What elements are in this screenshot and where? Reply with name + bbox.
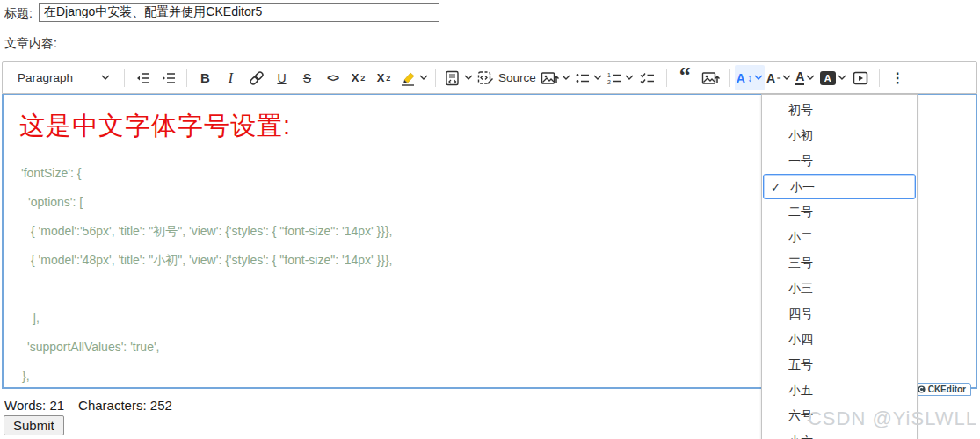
check-icon: ✓ bbox=[771, 175, 780, 200]
underline-icon: U bbox=[277, 71, 286, 85]
superscript-icon: X bbox=[377, 71, 385, 84]
media-embed-button[interactable] bbox=[848, 65, 874, 90]
font-size-option[interactable]: 三号 bbox=[762, 250, 917, 276]
font-family-button[interactable]: A≡ bbox=[765, 65, 793, 90]
indent-icon bbox=[160, 69, 178, 87]
title-input[interactable] bbox=[39, 3, 439, 22]
option-label: 小四 bbox=[788, 332, 813, 346]
toolbar-separator bbox=[729, 69, 730, 87]
subscript-digit: 2 bbox=[360, 74, 365, 83]
toolbar-separator bbox=[124, 69, 125, 87]
subscript-button[interactable]: X2 bbox=[345, 65, 371, 90]
toolbar-separator bbox=[435, 69, 436, 87]
numbered-list-icon: 1 2 bbox=[606, 69, 623, 87]
editor-toolbar: Paragraph B I bbox=[2, 61, 977, 94]
overflow-menu-button[interactable]: ⋮ bbox=[885, 65, 911, 90]
italic-button[interactable]: I bbox=[218, 65, 243, 90]
indent-button[interactable] bbox=[156, 65, 181, 90]
csdn-watermark: CSDN @YiSLWLL bbox=[808, 407, 977, 430]
toolbar-separator bbox=[879, 69, 880, 87]
font-size-option[interactable]: 小四 bbox=[762, 327, 917, 352]
numbered-list-digit: 2 bbox=[607, 79, 611, 85]
source-button-label: Source bbox=[498, 71, 536, 84]
font-color-icon: A bbox=[795, 70, 804, 85]
code-icon: <> bbox=[327, 71, 338, 84]
option-label: 小三 bbox=[788, 281, 813, 295]
outdent-icon bbox=[134, 69, 152, 87]
font-size-option[interactable]: 五号 bbox=[762, 352, 917, 378]
chevron-down-icon bbox=[838, 75, 846, 81]
numbered-list-button[interactable]: 1 2 bbox=[604, 65, 635, 90]
word-count: Words: 21Characters: 252 bbox=[4, 398, 186, 413]
source-button[interactable]: Source bbox=[475, 65, 538, 90]
todo-list-icon bbox=[639, 69, 657, 87]
font-size-arrows-icon: ↕ bbox=[747, 72, 752, 84]
strikethrough-button[interactable]: S bbox=[294, 65, 320, 90]
option-label: 五号 bbox=[788, 357, 813, 371]
font-size-icon: A bbox=[737, 71, 745, 85]
highlight-icon bbox=[398, 69, 417, 87]
words-count: Words: 21 bbox=[4, 398, 64, 413]
source-editing-icon bbox=[476, 69, 494, 87]
chevron-down-icon bbox=[419, 75, 428, 81]
chevron-down-icon bbox=[593, 75, 602, 81]
superscript-digit: 2 bbox=[386, 74, 390, 83]
code-button[interactable]: <> bbox=[320, 65, 345, 90]
title-label: 标题: bbox=[4, 6, 33, 22]
bold-button[interactable]: B bbox=[192, 65, 218, 90]
option-label: 小二 bbox=[788, 230, 813, 244]
insert-image-button[interactable] bbox=[698, 65, 723, 90]
option-label: 小一 bbox=[790, 180, 815, 194]
characters-count: Characters: 252 bbox=[78, 398, 172, 413]
highlight-button[interactable] bbox=[396, 65, 430, 90]
chevron-down-icon bbox=[464, 75, 473, 81]
font-size-option[interactable]: 一号 bbox=[762, 148, 917, 174]
font-size-button[interactable]: A↕ bbox=[735, 65, 765, 90]
chevron-down-icon bbox=[562, 75, 570, 81]
underline-button[interactable]: U bbox=[269, 65, 294, 90]
font-family-icon: A bbox=[766, 71, 775, 85]
media-embed-icon bbox=[852, 69, 869, 87]
toolbar-separator bbox=[186, 69, 187, 87]
option-label: 小五 bbox=[788, 383, 813, 397]
block-quote-button[interactable]: “ bbox=[672, 65, 698, 90]
font-color-button[interactable]: A bbox=[793, 65, 818, 90]
outdent-button[interactable] bbox=[130, 65, 156, 90]
link-icon bbox=[248, 69, 265, 87]
option-label: 二号 bbox=[788, 205, 813, 219]
font-size-option[interactable]: 小二 bbox=[762, 225, 917, 250]
link-button[interactable] bbox=[243, 65, 269, 90]
ckeditor-logo-icon bbox=[918, 385, 926, 393]
superscript-button[interactable]: X2 bbox=[371, 65, 396, 90]
font-size-option[interactable]: 四号 bbox=[762, 301, 917, 327]
numbered-list-digit: 1 bbox=[607, 72, 611, 78]
code-block-icon bbox=[443, 69, 462, 87]
chevron-down-icon bbox=[625, 75, 634, 81]
option-label: 初号 bbox=[788, 103, 813, 117]
font-size-option-selected[interactable]: ✓ 小一 bbox=[763, 174, 916, 199]
image-upload-button[interactable] bbox=[538, 65, 572, 90]
chevron-down-icon bbox=[782, 75, 791, 81]
chevron-down-icon bbox=[806, 75, 815, 81]
option-label: 小六 bbox=[788, 434, 813, 439]
bold-icon: B bbox=[200, 70, 210, 85]
font-size-option[interactable]: 小三 bbox=[762, 276, 917, 301]
block-quote-icon: “ bbox=[679, 71, 691, 85]
overflow-menu-icon: ⋮ bbox=[890, 71, 904, 85]
option-label: 一号 bbox=[788, 154, 813, 168]
font-size-option[interactable]: 二号 bbox=[762, 199, 917, 225]
submit-button[interactable]: Submit bbox=[4, 415, 64, 435]
todo-list-button[interactable] bbox=[635, 65, 661, 90]
paragraph-dropdown-label: Paragraph bbox=[18, 71, 73, 84]
paragraph-dropdown[interactable]: Paragraph bbox=[7, 65, 119, 90]
option-label: 三号 bbox=[788, 255, 813, 270]
font-size-option[interactable]: 初号 bbox=[762, 97, 917, 123]
font-size-option[interactable]: 小初 bbox=[762, 123, 917, 148]
bulleted-list-button[interactable] bbox=[572, 65, 604, 90]
font-background-color-button[interactable]: A bbox=[818, 65, 848, 90]
ckeditor-brand-label: CKEditor bbox=[928, 385, 966, 394]
toolbar-separator bbox=[666, 69, 667, 87]
option-label: 小初 bbox=[788, 128, 813, 142]
code-block-button[interactable] bbox=[441, 65, 475, 90]
font-size-option[interactable]: 小五 bbox=[762, 378, 917, 403]
